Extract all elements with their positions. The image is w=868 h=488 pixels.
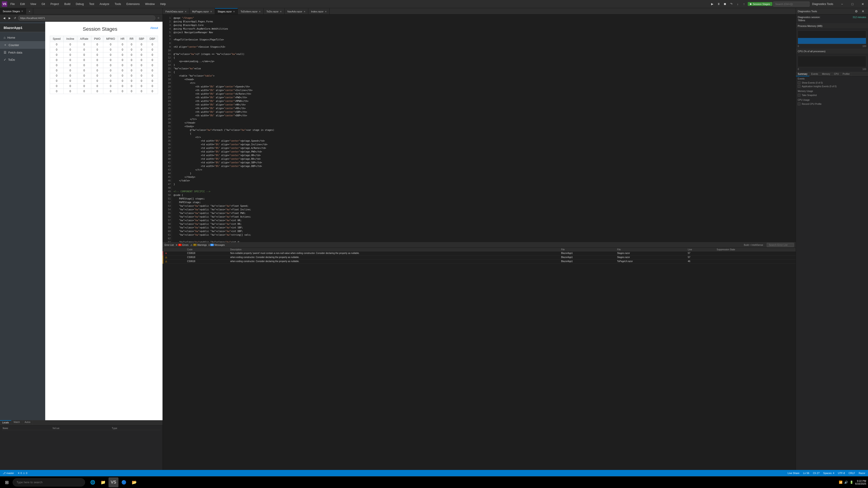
tab-todo[interactable]: ToDo.razor ✕ xyxy=(264,8,285,14)
live-share[interactable]: Live Share xyxy=(787,472,800,475)
tab-fetchdata[interactable]: FetchData.razor ✕ xyxy=(163,8,189,14)
wifi-icon[interactable]: 📶 xyxy=(839,481,842,484)
debug-step-over[interactable]: ↷ xyxy=(728,1,734,7)
vs-search[interactable] xyxy=(773,2,809,6)
app-insights-check[interactable] xyxy=(798,85,800,88)
warn-count-badge[interactable]: ⚠ 7 Warnings xyxy=(190,244,207,246)
tab-index[interactable]: Index.razor ✕ xyxy=(308,8,330,14)
taskbar-time[interactable]: 9:22 PM 6/16/2025 xyxy=(855,480,866,485)
error-count-badge[interactable]: ✕ 5 Errors xyxy=(176,244,188,246)
taskbar-vs-icon[interactable]: VS xyxy=(108,477,119,487)
language-mode[interactable]: Razor xyxy=(859,472,865,475)
browser-tab-active[interactable]: Session Stages ✕ xyxy=(0,8,26,14)
tab-todo-close[interactable]: ✕ xyxy=(280,10,282,13)
show-events-check[interactable] xyxy=(798,81,800,84)
menu-debug[interactable]: Debug xyxy=(73,2,86,6)
menu-tools[interactable]: Tools xyxy=(112,2,123,6)
tab-stages-close[interactable]: ✕ xyxy=(233,10,235,13)
col-type[interactable] xyxy=(163,248,185,252)
tab-mypages[interactable]: MyPages.razor ✕ xyxy=(189,8,215,14)
cpu-header[interactable]: CPU (% of all processes) xyxy=(796,49,868,54)
menu-edit[interactable]: Edit xyxy=(18,2,27,6)
taskbar-explorer-icon[interactable]: 📂 xyxy=(129,477,139,487)
encoding-info[interactable]: UTF-8 xyxy=(838,472,845,475)
tab-summary[interactable]: Summary xyxy=(796,72,809,76)
menu-window[interactable]: Window xyxy=(143,2,157,6)
back-button[interactable]: ◀ xyxy=(2,16,6,20)
show-events-row[interactable]: Show Events (0 of 0) xyxy=(798,81,866,85)
watch-tab[interactable]: Watch xyxy=(11,420,22,425)
col-suppression[interactable]: Suppression State xyxy=(715,248,796,252)
tab-navadv-close[interactable]: ✕ xyxy=(304,10,305,13)
diag-close-btn[interactable]: ✕ xyxy=(860,8,866,14)
taskbar-files-icon[interactable]: 📁 xyxy=(98,477,108,487)
tab-fetchdata-close[interactable]: ✕ xyxy=(185,10,186,13)
col-code[interactable]: Code xyxy=(185,248,228,252)
take-snapshot-check[interactable] xyxy=(798,94,800,96)
tab-todoitem-close[interactable]: ✕ xyxy=(259,10,260,13)
error-row[interactable]: ✕ CS0618 Non-nullable property 'parent' … xyxy=(163,251,796,255)
tab-todoitem[interactable]: ToDoItem.razor ✕ xyxy=(238,8,264,14)
taskbar-browser-icon[interactable]: 🌐 xyxy=(88,477,98,487)
run-button[interactable]: ▶ Session Stages xyxy=(748,2,772,6)
debug-stop[interactable]: ⏹ xyxy=(722,1,728,7)
menu-help[interactable]: Help xyxy=(158,2,168,6)
tab-cpu[interactable]: CPU xyxy=(832,72,841,76)
start-button[interactable]: ⊞ xyxy=(2,477,12,487)
error-row[interactable]: ⚠ CS0618 when exiting constructor. Consi… xyxy=(163,255,796,259)
menu-project[interactable]: Project xyxy=(48,2,61,6)
line-ending[interactable]: CRLF xyxy=(848,472,855,475)
locals-tab[interactable]: Locals xyxy=(0,420,11,425)
record-cpu-row[interactable]: Record CPU Profile xyxy=(798,102,866,106)
menu-view[interactable]: View xyxy=(28,2,38,6)
col-desc[interactable]: Description xyxy=(228,248,559,252)
browser-tab-close[interactable]: ✕ xyxy=(21,10,23,12)
favorite-button[interactable]: ☆ xyxy=(156,16,161,20)
tab-navadv[interactable]: NavAdv.razor ✕ xyxy=(285,8,308,14)
auto-tab[interactable]: Autos xyxy=(22,420,33,425)
speaker-icon[interactable]: 🔊 xyxy=(844,481,848,484)
menu-file[interactable]: File xyxy=(8,2,17,6)
nav-item-todo[interactable]: ✓ ToDo xyxy=(0,56,45,63)
address-input[interactable] xyxy=(18,15,155,21)
tab-profiler[interactable]: Profiler xyxy=(841,72,852,76)
take-snapshot-row[interactable]: Take Snapshot xyxy=(798,93,866,97)
msg-count-badge[interactable]: ℹ 0 Messages xyxy=(209,244,225,246)
error-row[interactable]: ⚠ CS0618 when exiting constructor. Consi… xyxy=(163,259,796,263)
tab-events[interactable]: Events xyxy=(809,72,820,76)
browser-new-tab[interactable]: + xyxy=(26,8,33,14)
menu-analyze[interactable]: Analyze xyxy=(97,2,112,6)
col-project[interactable]: File xyxy=(559,248,615,252)
debug-step-into[interactable]: ↓ xyxy=(735,1,741,7)
col-file[interactable]: File xyxy=(615,248,686,252)
error-search-input[interactable] xyxy=(767,243,794,247)
refresh-button[interactable]: ↺ xyxy=(13,16,17,20)
nav-item-counter[interactable]: ＋ Counter xyxy=(0,41,45,49)
record-cpu-check[interactable] xyxy=(798,103,800,105)
forward-button[interactable]: ▶ xyxy=(7,16,12,20)
menu-extensions[interactable]: Extensions xyxy=(124,2,142,6)
battery-icon[interactable]: 🔋 xyxy=(850,481,853,484)
minimize-button[interactable]: − xyxy=(837,0,847,8)
app-insights-row[interactable]: Application Insights Events (0 of 0) xyxy=(798,85,866,88)
taskbar-edge-icon[interactable]: 🔵 xyxy=(119,477,129,487)
process-memory-header[interactable]: Process Memory (MB) xyxy=(796,24,868,28)
maximize-button[interactable]: □ xyxy=(847,0,858,8)
debug-step-out[interactable]: ↑ xyxy=(741,1,747,7)
menu-git[interactable]: Git xyxy=(39,2,47,6)
menu-test[interactable]: Test xyxy=(87,2,96,6)
tab-mypages-close[interactable]: ✕ xyxy=(210,10,212,13)
git-branch[interactable]: ⎇ master xyxy=(3,472,14,475)
nav-item-fetch[interactable]: ☰ Fetch data xyxy=(0,49,45,56)
about-link[interactable]: About xyxy=(150,26,158,30)
close-button[interactable]: ✕ xyxy=(858,0,868,8)
debug-pause[interactable]: ⏸ xyxy=(716,1,721,7)
code-area[interactable]: @page "/Stages"@using BlazorApp1.Pages.F… xyxy=(172,14,796,242)
menu-build[interactable]: Build xyxy=(62,2,73,6)
tab-stages[interactable]: Stages.razor ✕ xyxy=(215,8,238,14)
nav-item-home[interactable]: ⌂ Home xyxy=(0,34,45,41)
taskbar-search[interactable] xyxy=(13,478,85,486)
col-line[interactable]: Line xyxy=(686,248,715,252)
diag-settings-btn[interactable]: ⚙ xyxy=(853,8,860,14)
tab-index-close[interactable]: ✕ xyxy=(325,10,327,13)
